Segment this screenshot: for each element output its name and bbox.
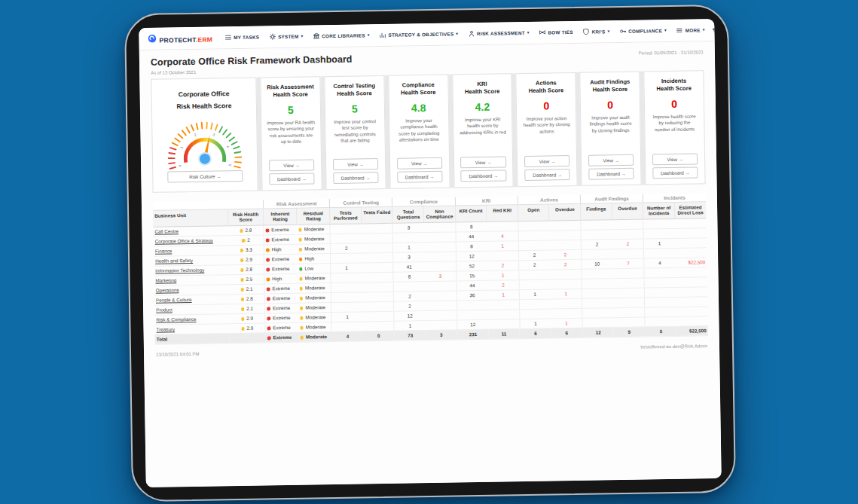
rating-dot-extreme	[267, 327, 271, 331]
cell-open_overdue	[550, 269, 582, 279]
cell-incidents	[644, 277, 676, 288]
rating-dot-extreme	[267, 337, 271, 341]
graduation-cap-icon[interactable]	[712, 26, 719, 33]
score-dot	[241, 317, 245, 321]
cell-total_questions	[394, 281, 426, 292]
cell-score: 2.9	[229, 323, 265, 334]
incidents-health-score-card: IncidentsHealth Score0Improve health sco…	[643, 70, 705, 185]
card-score-value: 0	[607, 99, 613, 111]
view-button[interactable]: View →	[460, 156, 505, 168]
cell-residual: Moderate	[298, 273, 331, 283]
cell-open_overdue	[551, 308, 582, 319]
nav-item-compliance[interactable]: COMPLIANCE▾	[619, 27, 667, 35]
cell-total_questions: 2	[394, 301, 426, 311]
nav-item-kri-s[interactable]: KRI'S▾	[583, 28, 610, 35]
cell-findings	[581, 249, 612, 259]
nav-item-more[interactable]: MORE▾	[676, 26, 705, 34]
view-button[interactable]: View →	[397, 157, 442, 170]
nav-item-label: RISK ASSESSMENT	[477, 30, 525, 36]
cell-total_questions: 3	[392, 222, 424, 233]
cell-findings_overdue	[613, 317, 645, 328]
business-unit-link[interactable]: People & Culture	[156, 297, 192, 303]
score-dot	[240, 268, 244, 272]
kri-health-score-card: KRIHealth Score4.2Improve your KRI healt…	[452, 73, 514, 188]
nav-item-label: COMPLIANCE	[628, 28, 662, 34]
dashboard-button[interactable]: Dashboard →	[652, 166, 698, 179]
app-logo[interactable]: PROTECHT.ERM	[148, 31, 212, 45]
cell-name: Total	[155, 333, 230, 344]
cell-open	[519, 279, 551, 290]
risk-assessment-health-score-card: Risk AssessmentHealth Score5Improve your…	[260, 76, 322, 191]
cell-score: 2	[228, 235, 264, 246]
cell-total_questions: 12	[394, 310, 426, 321]
business-unit-link[interactable]: Marketing	[155, 278, 176, 283]
business-unit-link[interactable]: Corporate Office & Strategy	[155, 238, 213, 244]
svg-text:0: 0	[178, 164, 182, 167]
risk-health-score-gauge-card: Corporate Office Risk Health Score	[151, 78, 258, 193]
cell-findings: 12	[582, 327, 614, 338]
cell-findings	[582, 298, 613, 308]
dashboard-button[interactable]: Dashboard →	[588, 168, 634, 180]
cell-kri_count	[456, 300, 488, 310]
dashboard-button[interactable]: Dashboard →	[397, 171, 442, 183]
svg-text:1: 1	[179, 145, 184, 149]
cell-non_compliance	[426, 301, 457, 311]
view-button[interactable]: View →	[588, 154, 634, 166]
column-header-residual-rating: Residual Rating	[297, 208, 330, 225]
cell-tests_failed	[363, 311, 395, 322]
nav-item-my-tasks[interactable]: MY TASKS	[224, 34, 259, 41]
cell-inherent: Extreme	[265, 293, 298, 304]
cell-kri_count: 12	[456, 251, 487, 261]
score-dot	[242, 239, 246, 243]
dashboard-button[interactable]: Dashboard →	[461, 170, 506, 182]
view-button[interactable]: View →	[652, 153, 698, 165]
cell-findings_overdue	[612, 268, 644, 279]
business-unit-link[interactable]: Call Centre	[154, 228, 179, 234]
cell-findings	[582, 288, 613, 298]
nav-item-label: KRI'S	[592, 29, 606, 34]
view-button[interactable]: View →	[269, 159, 314, 171]
cell-score: 2.5	[228, 274, 264, 285]
card-description: Improve your KRI health score by address…	[456, 116, 509, 136]
rating-dot-extreme	[267, 298, 270, 301]
cell-findings_overdue	[612, 249, 644, 259]
dashboard-button[interactable]: Dashboard →	[525, 169, 570, 181]
nav-item-strategy-objectives[interactable]: STRATEGY & OBJECTIVES▾	[379, 30, 458, 38]
cell-tests_failed	[362, 262, 394, 273]
business-unit-link[interactable]: Risk & Compliance	[156, 316, 196, 322]
audit-findings-health-score-card: Audit FindingsHealth Score0Improve your …	[580, 72, 642, 186]
column-header-red-kri: Red KRI	[487, 205, 518, 221]
rating-dot-extreme	[266, 229, 270, 233]
business-unit-link[interactable]: Product	[156, 307, 173, 313]
view-button[interactable]: View →	[524, 155, 569, 167]
nav-item-core-libraries[interactable]: CORE LIBRARIES▾	[313, 32, 369, 39]
nav-item-bow-ties[interactable]: BOW TIES	[539, 29, 573, 36]
cell-tests_failed	[362, 233, 393, 243]
chevron-down-icon: ▾	[527, 31, 530, 35]
cell-inherent: High	[264, 244, 298, 255]
cell-open_overdue: 1	[551, 318, 582, 328]
dashboard-button[interactable]: Dashboard →	[333, 172, 378, 184]
dashboard-button[interactable]: Dashboard →	[269, 173, 314, 185]
business-unit-link[interactable]: Finance	[155, 249, 173, 254]
chevron-down-icon: ▾	[456, 32, 458, 36]
cell-incidents	[643, 218, 675, 229]
nav-item-risk-assessment[interactable]: RISK ASSESSMENT▾	[468, 29, 530, 37]
cell-inherent: Extreme	[264, 283, 298, 294]
kri-shield-icon	[583, 29, 590, 35]
business-unit-link[interactable]: Treasury	[156, 327, 175, 332]
nav-item-system[interactable]: SYSTEM▾	[269, 33, 303, 41]
cell-red_kri	[488, 319, 520, 329]
column-header-estimated-direct-loss: Estimated Direct Loss	[674, 202, 706, 218]
business-unit-link[interactable]: Information Technology	[155, 267, 204, 273]
cell-tests_failed	[362, 301, 394, 312]
business-unit-link[interactable]: Operations	[156, 287, 179, 292]
risk-culture-button[interactable]: Risk Culture →	[168, 170, 243, 183]
view-button[interactable]: View →	[333, 158, 378, 170]
cell-residual: Moderate	[298, 302, 331, 313]
cell-red_kri: 4	[487, 231, 518, 241]
health-score-cards: Corporate Office Risk Health Score	[151, 70, 705, 193]
rating-dot-moderate	[300, 326, 304, 330]
cell-loss	[676, 306, 707, 316]
business-unit-link[interactable]: Health and Safety	[155, 258, 193, 264]
